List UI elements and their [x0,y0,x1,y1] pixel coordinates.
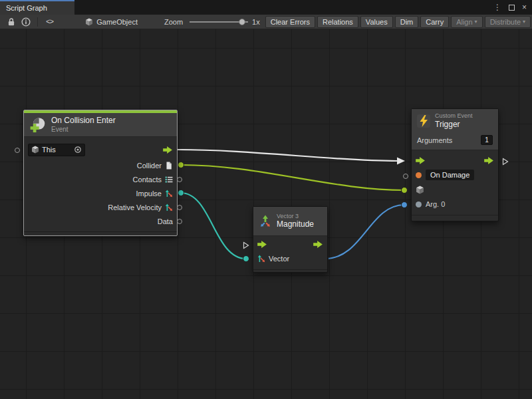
node-footer [253,269,327,272]
port-data-out[interactable] [177,219,182,224]
port-impulse-out[interactable] [178,190,184,196]
zoom-slider[interactable] [190,17,248,27]
node-footer [412,215,498,221]
port-event-name-in[interactable] [403,174,408,179]
graph-owner[interactable]: GameObject [85,18,138,26]
node-on-collision-enter[interactable]: On Collision Enter Event This Colli [23,110,178,236]
target-field-value: This [42,146,56,154]
vector3-icon [165,203,173,211]
flow-out-arrow-icon[interactable] [484,157,494,164]
node-header[interactable]: Custom Event Trigger [412,109,498,133]
event-name-field[interactable]: On Damage [426,170,474,180]
wire-result-arg0[interactable] [325,205,404,259]
distribute-dropdown[interactable]: Distribute ▾ [485,16,531,28]
target-row: This [24,141,177,158]
zoom-slider-handle[interactable] [239,19,245,25]
gameobject-cube-icon [85,18,93,26]
close-icon[interactable]: × [522,3,527,11]
lightning-icon [417,114,430,128]
wire-collider-target[interactable] [181,165,404,190]
arg0-port-dot[interactable] [416,201,422,207]
maximize-icon[interactable] [509,5,515,11]
output-row-collider[interactable]: Collider [24,158,177,172]
target-picker-icon[interactable] [74,146,82,154]
vector3-icon [257,255,265,263]
graph-canvas[interactable]: On Collision Enter Event This Colli [0,29,532,399]
output-row-contacts[interactable]: Contacts [24,172,177,186]
align-label: Align [456,18,472,26]
input-row-vector[interactable]: Vector [253,251,327,266]
cube-icon [31,146,39,154]
arg0-label: Arg. 0 [426,200,445,208]
node-footer [24,231,177,235]
graph-toolbar: <> GameObject Zoom 1x Clear Errors Relat… [0,15,532,29]
arg0-row[interactable]: Arg. 0 [412,197,498,211]
string-port-dot[interactable] [416,172,422,178]
flow-in-triangle-port[interactable] [243,241,249,249]
carry-button[interactable]: Carry [420,16,449,28]
wire-flow-arrowhead [397,158,405,165]
target-field[interactable]: This [28,144,85,156]
port-relative-velocity-out[interactable] [177,205,182,210]
collision-event-icon [29,116,47,134]
node-title: Trigger [435,120,473,130]
port-arg0-in[interactable] [402,202,408,208]
output-label: Data [158,217,173,225]
toolbar-separator [37,17,38,27]
cube-icon [416,186,424,194]
flow-out-triangle-port[interactable] [502,158,509,166]
node-subtitle: Event [51,126,116,134]
port-contacts-out[interactable] [177,177,182,182]
lock-icon[interactable] [7,17,16,27]
arguments-row: Arguments 1 [412,133,498,150]
output-row-impulse[interactable]: Impulse [24,186,177,200]
event-name-row: On Damage [412,168,498,182]
output-label: Contacts [133,176,162,184]
flow-out-arrow-icon[interactable] [163,146,173,154]
flow-row [253,237,327,251]
node-supertitle: Vector 3 [277,213,314,220]
gameobject-label: GameObject [96,18,138,26]
list-icon [165,176,173,184]
wire-flow[interactable] [177,150,397,161]
port-collider-out[interactable] [178,162,184,168]
flow-out-arrow-icon[interactable] [313,241,323,248]
wire-impulse-vector[interactable] [181,193,246,259]
node-title: On Collision Enter [51,116,116,126]
target-row[interactable] [412,182,498,197]
tab-script-graph[interactable]: Script Graph [0,0,74,15]
arguments-value-field[interactable]: 1 [481,135,493,145]
tab-bar: Script Graph ⋮ × [0,0,532,15]
relations-button[interactable]: Relations [317,16,358,28]
vector3-icon [165,190,173,198]
node-supertitle: Custom Event [435,112,473,120]
output-label: Impulse [136,190,162,198]
port-target-in[interactable] [15,148,20,153]
node-header[interactable]: On Collision Enter Event [24,113,177,137]
port-trigger-target-in[interactable] [402,188,408,194]
input-label: Vector [269,255,289,263]
node-header[interactable]: Vector 3 Magnitude [253,207,327,236]
zoom-label: Zoom [164,18,183,26]
chevron-down-icon: ▾ [523,19,525,25]
flow-in-arrow-icon[interactable] [257,241,267,248]
output-row-data[interactable]: Data [24,214,177,228]
arguments-label: Arguments [417,136,452,144]
code-icon[interactable]: <> [46,18,53,26]
window-controls: ⋮ × [493,0,532,15]
node-magnitude[interactable]: Vector 3 Magnitude Vector [253,206,328,273]
kebab-menu-icon[interactable]: ⋮ [493,3,501,11]
tab-title: Script Graph [6,4,47,12]
clear-errors-button[interactable]: Clear Errors [265,16,315,28]
output-row-relative-velocity[interactable]: Relative Velocity [24,200,177,214]
port-vector-in[interactable] [243,256,249,262]
info-icon[interactable] [21,17,31,27]
node-title: Magnitude [277,219,314,229]
align-dropdown[interactable]: Align ▾ [451,16,482,28]
dim-button[interactable]: Dim [395,16,419,28]
zoom-value: 1x [252,18,260,26]
node-trigger-custom-event[interactable]: Custom Event Trigger Arguments 1 On Dama… [411,108,499,221]
chevron-down-icon: ▾ [475,19,477,25]
values-button[interactable]: Values [360,16,393,28]
flow-in-arrow-icon[interactable] [416,157,426,164]
